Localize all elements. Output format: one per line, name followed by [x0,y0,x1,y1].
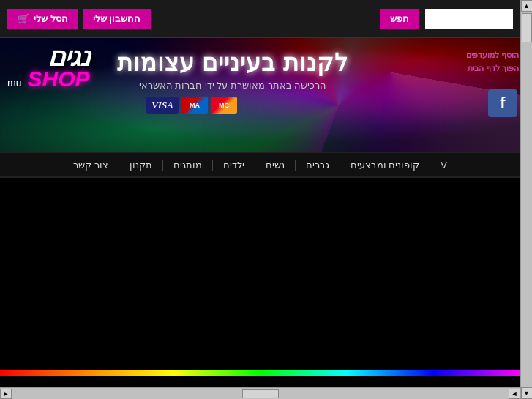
scrollbar-up-arrow[interactable]: ▲ [521,0,533,12]
search-button[interactable]: חפש [380,9,419,29]
top-bar-right: חפש [380,9,513,29]
nav-item-v[interactable]: V [430,160,457,171]
nav-item-coupons[interactable]: קופונים ומבצעים [340,160,430,171]
scrollbar-right-arrow[interactable]: ► [0,389,12,399]
scrollbar-left-arrow[interactable]: ◄ [509,389,520,399]
top-bar-left: החשבון שלי הסל שלי 🛒 [7,9,151,29]
nav-item-men[interactable]: גברים [295,160,340,171]
scrollbar-thumb[interactable] [522,13,532,42]
maestro-logo: MA [181,97,208,114]
cart-icon: 🛒 [18,13,29,24]
scrollbar-down-arrow[interactable]: ▼ [521,387,533,399]
scrollbar-right[interactable]: ▲ ▼ [520,0,532,399]
nav-item-contact[interactable]: צור קשר [63,160,119,171]
hero-main-text: לקנות בעיניים עצומות הרכישה באתר מאושרת … [117,49,348,91]
logo-shop-text: SHOP [27,67,89,92]
content-area [0,178,520,387]
scrollbar-track-h [12,389,509,399]
hero-subtitle: הרכישה באתר מאושרת על ידי חברות האשראי [117,80,348,91]
navigation-bar: V קופונים ומבצעים גברים נשים ילדים מותגי… [0,152,520,178]
search-input[interactable] [425,9,513,29]
scrollbar-bottom[interactable]: ◄ ► [0,387,520,399]
nav-item-terms[interactable]: תקנון [119,160,162,171]
nav-item-women[interactable]: נשים [255,160,295,171]
sidebar-line1[interactable]: הוסף למועדפים [466,49,519,62]
bottom-gradient-bar [0,370,520,376]
hero-banner: הוסף למועדפים הפוך לדף הבית f לקנות בעינ… [0,38,520,152]
payment-logos: MC MA VISA [146,97,237,114]
account-button[interactable]: החשבון שלי [83,9,151,29]
cart-label: הסל שלי [34,13,68,24]
hero-title: לקנות בעיניים עצומות [117,49,348,77]
facebook-icon: f [488,89,517,117]
cart-button[interactable]: הסל שלי 🛒 [7,9,78,29]
main-content: חפש החשבון שלי הסל שלי 🛒 הוסף למועדפים ה… [0,0,520,387]
visa-logo: VISA [146,97,179,114]
mastercard-logo: MC [211,97,237,114]
logo-mu-text: mu [7,77,21,89]
nav-item-brands[interactable]: מותגים [162,160,212,171]
scrollbar-thumb-h[interactable] [242,389,279,398]
site-logo[interactable]: נגים SHOP mu [7,42,89,92]
nav-items-list: V קופונים ומבצעים גברים נשים ילדים מותגי… [63,160,457,171]
facebook-link[interactable]: f [488,89,517,117]
top-bar: חפש החשבון שלי הסל שלי 🛒 [0,0,520,38]
nav-item-kids[interactable]: ילדים [212,160,255,171]
hero-sidebar-text: הוסף למועדפים הפוך לדף הבית [466,49,519,75]
sidebar-line2[interactable]: הפוך לדף הבית [466,62,519,75]
